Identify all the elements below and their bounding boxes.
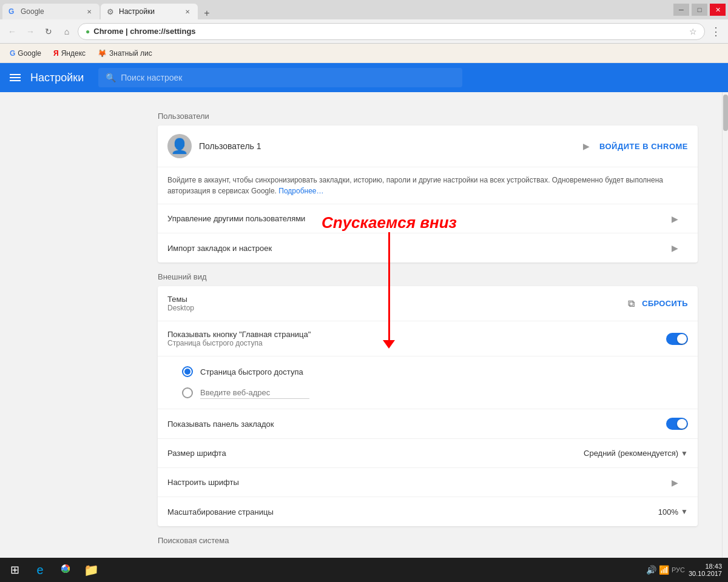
page-zoom-arrow-icon: ▼ bbox=[681, 507, 688, 516]
themes-sublabel: Desktop bbox=[167, 304, 628, 312]
google-bookmark-label: Google bbox=[18, 49, 41, 58]
show-home-btn-row: Показывать кнопку "Главная страница" Стр… bbox=[158, 321, 698, 356]
quick-access-label: Страница быстрого доступа bbox=[200, 367, 303, 376]
font-size-arrow-icon: ▼ bbox=[681, 449, 688, 458]
taskbar-right: 🔊 📶 РУС 18:43 30.10.2017 bbox=[646, 563, 726, 577]
content-area: Пользователи 👤 Пользователь 1 ▶ ВОЙДИТЕ … bbox=[133, 92, 722, 558]
tab-google[interactable]: G Google ✕ bbox=[2, 4, 99, 19]
home-button[interactable]: ⌂ bbox=[59, 24, 74, 39]
back-button[interactable]: ← bbox=[5, 24, 19, 39]
taskbar-date: 30.10.2017 bbox=[689, 570, 722, 577]
appearance-card: Темы Desktop ⧉ СБРОСИТЬ Показывать кнопк… bbox=[158, 286, 698, 526]
configure-fonts-row[interactable]: Настроить шрифты ▶ bbox=[158, 468, 698, 497]
web-address-radio[interactable] bbox=[182, 382, 688, 404]
taskbar-items: e 📁 bbox=[28, 559, 103, 581]
page-zoom-dropdown[interactable]: 100% ▼ bbox=[658, 507, 688, 517]
taskbar-time: 18:43 bbox=[689, 563, 722, 570]
page-zoom-label: Масштабирование страницы bbox=[167, 507, 658, 517]
show-home-toggle[interactable] bbox=[666, 333, 688, 345]
taskbar-chrome[interactable] bbox=[53, 559, 78, 581]
new-tab-button[interactable]: + bbox=[199, 7, 215, 19]
maximize-button[interactable]: □ bbox=[692, 4, 707, 16]
tab-settings-close[interactable]: ✕ bbox=[183, 7, 192, 16]
configure-fonts-label: Настроить шрифты bbox=[167, 478, 672, 487]
chrome-icon bbox=[59, 562, 72, 578]
tab-settings[interactable]: ⚙ Настройки ✕ bbox=[101, 4, 198, 19]
themes-row: Темы Desktop ⧉ СБРОСИТЬ bbox=[158, 286, 698, 321]
home-page-radio-group: Страница быстрого доступа bbox=[158, 356, 698, 409]
web-address-radio-circle[interactable] bbox=[182, 387, 193, 398]
sidebar bbox=[0, 92, 133, 558]
font-size-value: Средний (рекомендуется) bbox=[584, 449, 678, 458]
page-zoom-value: 100% bbox=[658, 507, 678, 517]
taskbar-ie[interactable]: e bbox=[28, 559, 52, 581]
avatar-icon: 👤 bbox=[170, 138, 189, 155]
avatar: 👤 bbox=[167, 134, 192, 158]
taskbar-explorer[interactable]: 📁 bbox=[79, 559, 103, 581]
quick-access-radio-circle[interactable] bbox=[182, 366, 193, 377]
show-bookmarks-toggle[interactable] bbox=[666, 418, 688, 430]
yandex-bookmark-icon: Я bbox=[53, 49, 59, 58]
search-section-title: Поисковая система bbox=[158, 536, 698, 545]
search-icon: 🔍 bbox=[106, 73, 116, 82]
bookmarks-bar: G Google Я Яндекс 🦊 Знатный лис bbox=[0, 44, 728, 63]
settings-favicon: ⚙ bbox=[107, 7, 115, 16]
import-chevron-icon: ▶ bbox=[672, 243, 678, 253]
search-input[interactable] bbox=[121, 73, 455, 82]
chrome-menu-button[interactable]: ⋮ bbox=[709, 24, 723, 39]
start-button[interactable]: ⊞ bbox=[2, 559, 27, 581]
users-card: 👤 Пользователь 1 ▶ ВОЙДИТЕ В CHROME Войд… bbox=[158, 125, 698, 263]
taskbar-time-area: 18:43 30.10.2017 bbox=[689, 563, 722, 577]
user-chevron-icon: ▶ bbox=[583, 141, 590, 151]
signin-description: Войдите в аккаунт, чтобы синхронизироват… bbox=[158, 167, 698, 204]
taskbar-system-icons: 🔊 📶 РУС bbox=[646, 565, 685, 575]
window-controls: ─ □ ✕ bbox=[673, 4, 726, 16]
address-text: Chrome | chrome://settings bbox=[93, 27, 686, 36]
yandex-bookmark-label: Яндекс bbox=[61, 49, 86, 58]
title-bar: G Google ✕ ⚙ Настройки ✕ + ─ □ ✕ bbox=[0, 0, 728, 19]
page-zoom-row: Масштабирование страницы 100% ▼ bbox=[158, 497, 698, 526]
fox-bookmark-icon: 🦊 bbox=[98, 49, 107, 58]
search-box[interactable]: 🔍 bbox=[98, 68, 462, 87]
import-bookmarks-label: Импорт закладок и настроек bbox=[167, 244, 672, 253]
chrome-label: Chrome | chrome://settings bbox=[93, 27, 195, 36]
reload-button[interactable]: ↻ bbox=[41, 24, 56, 39]
show-home-label: Показывать кнопку "Главная страница" bbox=[167, 330, 666, 339]
minimize-button[interactable]: ─ bbox=[673, 4, 689, 16]
home-btn-labels: Показывать кнопку "Главная страница" Стр… bbox=[167, 330, 666, 347]
address-box[interactable]: ● Chrome | chrome://settings ☆ bbox=[78, 23, 705, 40]
appearance-section-title: Внешний вид bbox=[158, 272, 698, 281]
user-row[interactable]: 👤 Пользователь 1 ▶ ВОЙДИТЕ В CHROME bbox=[158, 125, 698, 167]
manage-users-row[interactable]: Управление другими пользователями ▶ bbox=[158, 204, 698, 233]
bookmark-google[interactable]: G Google bbox=[5, 47, 46, 59]
svg-point-1 bbox=[64, 566, 68, 570]
themes-reset-button[interactable]: СБРОСИТЬ bbox=[642, 299, 688, 308]
import-bookmarks-row[interactable]: Импорт закладок и настроек ▶ bbox=[158, 233, 698, 263]
signin-button[interactable]: ВОЙДИТЕ В CHROME bbox=[599, 142, 688, 151]
network-icon: 🔊 bbox=[646, 565, 656, 575]
tab-google-close[interactable]: ✕ bbox=[85, 7, 93, 16]
settings-wrapper: Настройки 🔍 Пользователи 👤 Пользователь … bbox=[0, 63, 728, 558]
themes-label: Темы bbox=[167, 295, 628, 304]
hamburger-menu[interactable] bbox=[10, 74, 21, 81]
bookmark-star-icon[interactable]: ☆ bbox=[689, 27, 697, 36]
signin-learn-more[interactable]: Подробнее… bbox=[278, 187, 323, 195]
bookmark-fox[interactable]: 🦊 Знатный лис bbox=[93, 47, 157, 59]
themes-external-link-icon[interactable]: ⧉ bbox=[628, 298, 635, 309]
address-bar-area: ← → ↻ ⌂ ● Chrome | chrome://settings ☆ ⋮ bbox=[0, 19, 728, 44]
google-favicon: G bbox=[8, 7, 17, 16]
address-lock-icon: ● bbox=[86, 27, 90, 36]
forward-button[interactable]: → bbox=[23, 24, 38, 39]
ie-icon: e bbox=[36, 563, 43, 577]
scrollbar-thumb[interactable] bbox=[723, 95, 728, 131]
close-button[interactable]: ✕ bbox=[710, 4, 726, 16]
fox-bookmark-label: Знатный лис bbox=[109, 49, 152, 58]
settings-title: Настройки bbox=[30, 72, 84, 84]
scrollbar-track[interactable] bbox=[722, 92, 728, 558]
configure-fonts-chevron-icon: ▶ bbox=[672, 478, 678, 487]
show-bookmarks-row: Показывать панель закладок bbox=[158, 409, 698, 439]
web-address-input[interactable] bbox=[200, 387, 309, 399]
bookmark-yandex[interactable]: Я Яндекс bbox=[49, 47, 90, 59]
quick-access-radio[interactable]: Страница быстрого доступа bbox=[182, 361, 688, 382]
font-size-dropdown[interactable]: Средний (рекомендуется) ▼ bbox=[584, 449, 688, 458]
